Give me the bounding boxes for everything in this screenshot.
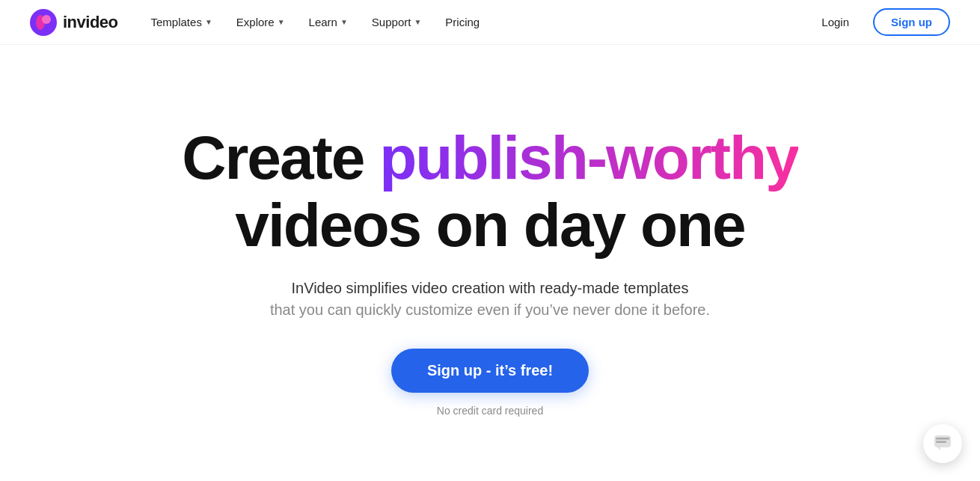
nav-item-templates[interactable]: Templates ▼: [141, 10, 223, 34]
chevron-down-icon: ▼: [205, 18, 212, 26]
signup-button[interactable]: Sign up: [873, 8, 950, 36]
hero-subtitle-line1: InVideo simplifies video creation with r…: [291, 280, 688, 297]
nav-actions: Login Sign up: [809, 8, 950, 36]
svg-point-2: [42, 15, 51, 24]
logo[interactable]: invideo: [30, 9, 118, 36]
logo-icon: [30, 9, 57, 36]
svg-rect-5: [936, 441, 946, 444]
chevron-down-icon: ▼: [278, 18, 285, 26]
nav-item-pricing[interactable]: Pricing: [435, 10, 490, 34]
brand-name: invideo: [63, 13, 118, 32]
svg-marker-6: [937, 447, 940, 450]
hero-cta-button[interactable]: Sign up - it’s free!: [391, 349, 589, 393]
hero-subtitle-line2: that you can quickly customize even if y…: [270, 301, 710, 319]
chat-button[interactable]: [923, 424, 962, 463]
nav-item-support[interactable]: Support ▼: [361, 10, 432, 34]
chevron-down-icon: ▼: [340, 18, 348, 26]
no-credit-card-label: No credit card required: [437, 405, 543, 417]
chevron-down-icon: ▼: [414, 18, 421, 26]
navbar: invideo Templates ▼ Explore ▼ Learn ▼ Su…: [0, 0, 980, 45]
hero-title-prefix: Create: [182, 123, 379, 192]
nav-item-explore[interactable]: Explore ▼: [226, 10, 295, 34]
svg-rect-4: [936, 438, 949, 440]
chat-icon: [933, 434, 952, 453]
hero-title: Create publish-worthy videos on day one: [182, 124, 798, 259]
hero-section: Create publish-worthy videos on day one …: [0, 45, 980, 481]
hero-title-gradient: publish-worthy: [379, 123, 798, 192]
login-button[interactable]: Login: [809, 10, 861, 34]
hero-title-suffix: videos on day one: [235, 191, 744, 259]
nav-links: Templates ▼ Explore ▼ Learn ▼ Support ▼ …: [141, 10, 810, 34]
nav-item-learn[interactable]: Learn ▼: [298, 10, 358, 34]
